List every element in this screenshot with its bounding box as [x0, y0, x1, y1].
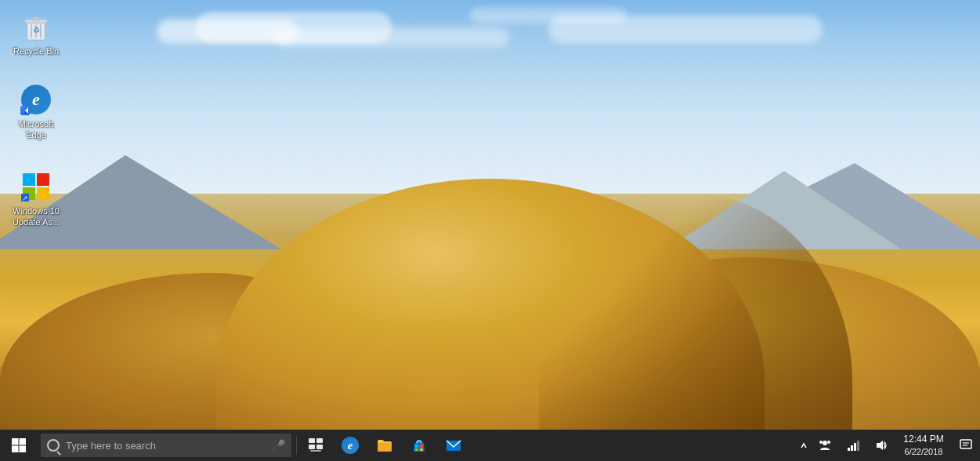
svg-rect-19	[309, 438, 315, 443]
svg-rect-37	[960, 440, 971, 448]
svg-rect-18	[20, 446, 27, 453]
svg-point-29	[823, 441, 827, 445]
svg-text:♻: ♻	[33, 26, 40, 34]
clock-button[interactable]: 12:44 PM 6/22/2018	[895, 430, 952, 461]
svg-rect-21	[309, 445, 315, 449]
svg-rect-27	[420, 448, 423, 451]
clock-time: 12:44 PM	[903, 434, 943, 446]
svg-rect-2	[32, 17, 40, 20]
windows-update-label: Windows 10 Update As...	[11, 205, 61, 228]
svg-marker-36	[877, 441, 883, 450]
mail-icon	[446, 437, 461, 453]
clock-date: 6/22/2018	[905, 446, 943, 457]
svg-rect-24	[415, 445, 418, 448]
windows-update-icon[interactable]: ↗ Windows 10 Update As...	[8, 168, 64, 231]
show-hidden-icons-button[interactable]	[797, 430, 811, 461]
windows-update-image: ↗	[20, 171, 52, 202]
svg-rect-22	[316, 445, 323, 449]
volume-icon	[875, 439, 888, 452]
task-view-icon	[308, 437, 324, 453]
taskbar: Type here to search 🎤 e	[0, 430, 980, 461]
cloud-3	[274, 27, 509, 47]
svg-rect-26	[415, 448, 418, 451]
search-icon	[47, 439, 60, 452]
svg-rect-12	[37, 187, 49, 200]
svg-text:↗: ↗	[22, 194, 28, 201]
volume-tray-icon[interactable]	[867, 430, 895, 461]
edge-label: Microsoft Edge	[11, 118, 61, 141]
svg-point-31	[819, 441, 823, 444]
network-tray-icon[interactable]	[839, 430, 867, 461]
svg-rect-16	[20, 438, 27, 445]
recycle-bin-image: ♻	[20, 11, 52, 42]
svg-rect-34	[854, 443, 856, 451]
edge-taskbar-button[interactable]: e	[333, 430, 367, 461]
ms-store-button[interactable]	[402, 430, 436, 461]
svg-rect-17	[12, 446, 19, 453]
svg-rect-32	[848, 448, 850, 451]
svg-rect-33	[851, 445, 853, 451]
search-bar[interactable]: Type here to search 🎤	[41, 434, 291, 457]
svg-rect-25	[420, 445, 423, 448]
svg-rect-20	[316, 438, 323, 443]
recycle-bin-icon[interactable]: ♻ Recycle Bin	[8, 8, 64, 60]
edge-shortcut-arrow	[20, 106, 30, 115]
file-explorer-icon	[377, 437, 392, 453]
recycle-bin-label: Recycle Bin	[11, 45, 61, 56]
desktop: ♻ Recycle Bin e Microsoft Edge	[0, 0, 980, 430]
edge-taskbar-icon: e	[342, 437, 359, 454]
svg-point-30	[827, 441, 830, 444]
svg-rect-35	[857, 441, 859, 451]
task-view-button[interactable]	[298, 430, 333, 461]
start-button[interactable]	[0, 430, 38, 461]
chevron-up-icon	[800, 440, 808, 451]
microsoft-edge-icon[interactable]: e Microsoft Edge	[8, 81, 64, 144]
svg-rect-15	[12, 438, 19, 445]
microphone-icon: 🎤	[272, 439, 285, 452]
action-center-button[interactable]	[952, 430, 980, 461]
network-icon	[847, 439, 859, 452]
edge-image: e	[20, 84, 52, 115]
taskbar-divider-1	[296, 436, 297, 455]
people-icon	[819, 439, 831, 452]
system-tray: 12:44 PM 6/22/2018	[797, 430, 980, 461]
mail-button[interactable]	[436, 430, 471, 461]
svg-rect-23	[310, 450, 321, 452]
svg-rect-10	[37, 173, 49, 186]
people-tray-icon[interactable]	[811, 430, 839, 461]
windows-logo-icon	[12, 438, 26, 452]
ms-store-icon	[411, 437, 427, 453]
sand-dunes	[0, 151, 980, 430]
search-placeholder: Type here to search	[66, 440, 269, 452]
cloud-5	[548, 16, 823, 43]
file-explorer-button[interactable]	[367, 430, 402, 461]
notification-icon	[960, 439, 972, 452]
svg-rect-9	[23, 173, 35, 186]
